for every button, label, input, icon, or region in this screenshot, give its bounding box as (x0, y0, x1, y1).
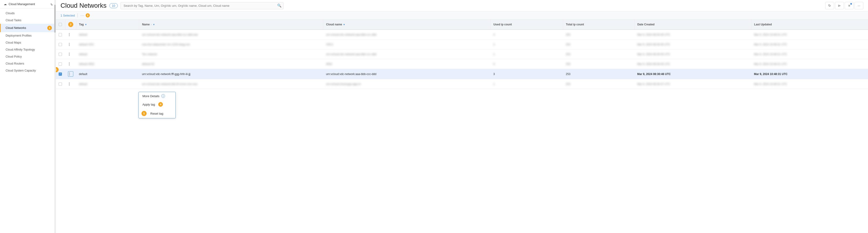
action-dots-icon: ··· (81, 13, 85, 17)
row3-cloud-name: urn:vcloud:vdc-network:aaa-bbb-ccc-ddd (323, 49, 491, 59)
row4-action-dots[interactable] (68, 61, 73, 66)
sidebar-item-cloud-tasks[interactable]: Cloud Tasks (0, 17, 56, 24)
refresh-button[interactable]: ↻ (825, 2, 834, 9)
cloud-icon: ☁ (4, 2, 7, 6)
collapse-button[interactable]: « (50, 2, 54, 7)
row6-checkbox-cell (56, 79, 65, 89)
row4-name: default-02 (139, 59, 323, 69)
context-menu-more-details[interactable]: More Details i (139, 92, 176, 100)
cloud-name-filter-icon[interactable]: ▼ (343, 23, 345, 26)
row4-total-ip: 253 (563, 59, 634, 69)
row2-checkbox[interactable] (59, 43, 62, 46)
sidebar-item-cloud-system-capacity[interactable]: Cloud System Capacity (0, 67, 56, 74)
name-filter-icon[interactable]: ▼ (153, 23, 155, 26)
more-options-button[interactable]: ··· (855, 2, 863, 9)
context-menu: More Details i Apply tag 4 5 Reset tag (138, 92, 176, 118)
row4-last-updated: Mar 9, 2024 10:48:31 UTC (751, 59, 868, 69)
tag-filter-icon[interactable]: ▼ (85, 23, 87, 26)
search-button[interactable]: 🔍 (277, 3, 282, 8)
filter-icon: ⊳ (838, 4, 841, 7)
row4-used-ip: 0 (491, 59, 563, 69)
name-sort-asc-icon[interactable]: ↑ (151, 23, 152, 26)
table-row: default Ten-network urn:vcloud:vdc-netwo… (56, 49, 868, 59)
columns-dot-indicator (850, 3, 852, 5)
row6-name: urn:vcloud:vdc-network:kkk-lll-mmm-nnn-o… (139, 79, 323, 89)
th-actions: 3 (65, 20, 76, 30)
row5-action-dots[interactable] (68, 71, 73, 77)
divider (78, 13, 78, 18)
sidebar-item-cloud-maps[interactable]: Cloud Maps (0, 39, 56, 46)
sidebar-item-cloud-networks[interactable]: Cloud Networks 1 (0, 24, 56, 32)
row3-tag: default (76, 49, 139, 59)
table-row: default-4552 default-02 4002 0 253 Mar 9… (56, 59, 868, 69)
action-badge: 6 (86, 13, 90, 18)
row6-last-updated: Mar 9, 2024 10:48:31 UTC (751, 79, 868, 89)
filter-button[interactable]: ⊳ (835, 2, 844, 9)
row6-checkbox[interactable] (59, 83, 62, 86)
row4-checkbox[interactable] (59, 62, 62, 66)
row3-total-ip: 253 (563, 49, 634, 59)
sidebar-item-deployment-profiles[interactable]: Deployment Profiles (0, 32, 56, 39)
row3-name: Ten-network (139, 49, 323, 59)
sidebar-item-cloud-affinity-topology[interactable]: Cloud Affinity Topology (0, 46, 56, 53)
row3-last-updated: Mar 9, 2024 10:48:31 UTC (751, 49, 868, 59)
sidebar-cloud-management-header[interactable]: ☁ Cloud Management ▾ (0, 0, 56, 8)
sidebar-item-clouds[interactable]: Clouds (0, 10, 56, 17)
row3-checkbox[interactable] (59, 53, 62, 56)
row2-action-dots[interactable] (68, 42, 73, 47)
row1-name: urn:vcloud:vdc-network:aaa-bbb-ccc-ddd-e… (139, 30, 323, 39)
row1-dots-cell (65, 30, 76, 39)
action-dots-button[interactable]: ··· 6 (81, 13, 90, 18)
sidebar-item-cloud-policy[interactable]: Cloud Policy (0, 53, 56, 60)
refresh-icon: ↻ (828, 4, 831, 7)
row6-action-dots[interactable] (68, 82, 73, 86)
context-menu-reset-tag-label: Reset tag (150, 112, 163, 115)
row1-action-dots[interactable] (68, 32, 73, 37)
search-container: 🔍 (121, 2, 283, 9)
table-row: default urn:vcloud:vdc-network:kkk-lll-m… (56, 79, 868, 89)
row2-tag: default-VDC (76, 39, 139, 49)
row6-total-ip: 253 (563, 79, 634, 89)
toolbar-buttons: ↻ ⊳ ≡ ··· (825, 2, 863, 9)
row1-checkbox[interactable] (59, 33, 62, 36)
sidebar-item-cloud-routers[interactable]: Cloud Routers (0, 60, 56, 67)
row5-checkbox[interactable] (59, 72, 62, 76)
row5-date-created: Mar 9, 2024 08:30:46 UTC (634, 69, 751, 79)
th-date-created: Date Created (634, 20, 751, 30)
row6-cloud-name: urn:vcloud:cloud:ppp-qqq-rrr (323, 79, 491, 89)
sidebar-active-badge: 1 (47, 26, 52, 30)
sub-header: 1 Selected ··· 6 (56, 11, 868, 20)
row2-total-ip: 253 (563, 39, 634, 49)
row2-dots-cell (65, 39, 76, 49)
table-header-row: 3 Tag ▼ Name ↑ ▼ (56, 20, 868, 30)
count-badge: 10 (110, 3, 118, 8)
row6-used-ip: 1 (491, 79, 563, 89)
row3-checkbox-cell (56, 49, 65, 59)
row5-checkbox-cell: 2 (56, 69, 65, 79)
columns-icon: ≡ (848, 4, 850, 7)
row3-action-dots[interactable] (68, 52, 73, 57)
table-row: default-VDC vxw-dvs-datacenter-vm-1234-d… (56, 39, 868, 49)
columns-button[interactable]: ≡ (845, 2, 854, 9)
row6-dots-cell (65, 79, 76, 89)
cloud-networks-table: 3 Tag ▼ Name ↑ ▼ (56, 20, 868, 89)
row2-checkbox-cell (56, 39, 65, 49)
th-cloud-name: Cloud name ▼ (323, 20, 491, 30)
row4-cloud-name: 4002 (323, 59, 491, 69)
context-menu-apply-tag[interactable]: Apply tag 4 (139, 100, 176, 109)
row1-used-ip: 4 (491, 30, 563, 39)
row5-name: urn:vcloud:vdc-network:fff-ggg-hhh-iii-j… (139, 69, 323, 79)
row1-date-created: Mar 9, 2024 08:30:45 UTC (634, 30, 751, 39)
search-input[interactable] (121, 2, 283, 9)
page-header: Cloud Networks 10 🔍 ↻ ⊳ ≡ ··· (56, 0, 868, 11)
select-all-checkbox[interactable] (59, 23, 62, 26)
th-total-ip: Total ip count (563, 20, 634, 30)
th-last-updated: Last Updated (751, 20, 868, 30)
row3-used-ip: 1 (491, 49, 563, 59)
context-menu-reset-tag[interactable]: 5 Reset tag (139, 109, 176, 118)
row5-last-updated: Mar 9, 2024 10:48:31 UTC (751, 69, 868, 79)
row2-cloud-name: VDC1 (323, 39, 491, 49)
table-row-selected: 2 default urn:vcloud:vdc-network:fff-ggg… (56, 69, 868, 79)
row5-total-ip: 253 (563, 69, 634, 79)
badge-5: 5 (142, 111, 147, 116)
